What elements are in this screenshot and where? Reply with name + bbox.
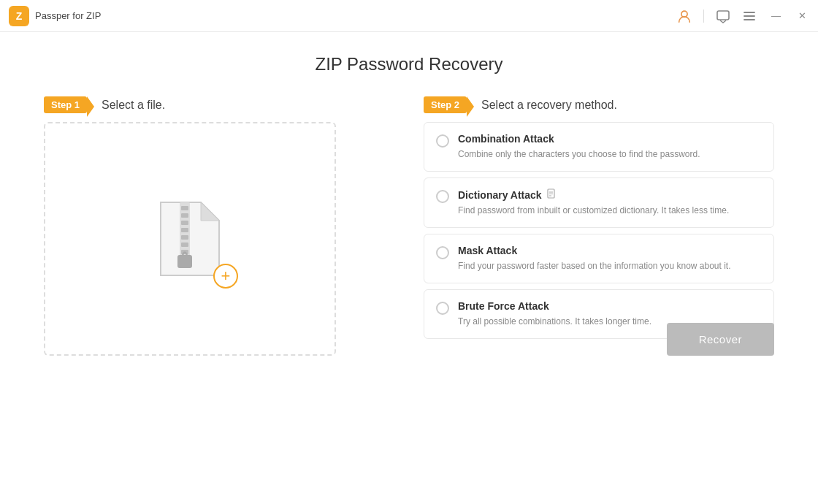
svg-rect-9 — [181, 228, 188, 232]
step1-label: Select a file. — [102, 99, 165, 112]
svg-rect-10 — [181, 235, 188, 240]
method-mask-title: Mask Attack — [458, 245, 762, 256]
page-title: ZIP Password Recovery — [44, 54, 774, 75]
dictionary-info-icon — [546, 188, 557, 201]
method-bruteforce-title: Brute Force Attack — [458, 300, 762, 312]
svg-rect-8 — [181, 221, 188, 225]
zip-icon-wrapper: + — [153, 195, 226, 283]
radio-bruteforce[interactable] — [436, 302, 449, 315]
svg-rect-11 — [181, 243, 188, 247]
method-dictionary-title: Dictionary Attack — [458, 188, 762, 201]
method-combination-title: Combination Attack — [458, 133, 762, 145]
title-bar-left: Z Passper for ZIP — [9, 6, 101, 26]
svg-rect-7 — [181, 213, 188, 218]
radio-combination[interactable] — [436, 134, 449, 148]
method-dictionary-desc: Find password from inbuilt or customized… — [458, 204, 762, 217]
svg-rect-6 — [181, 206, 188, 210]
method-mask-info: Mask Attack Find your password faster ba… — [458, 245, 762, 272]
radio-dictionary[interactable] — [436, 190, 449, 203]
radio-mask[interactable] — [436, 246, 449, 259]
step1-section: Step 1 Select a file. — [44, 96, 394, 356]
title-bar-right: — ✕ — [677, 9, 809, 23]
main-content: ZIP Password Recovery Step 1 Select a fi… — [0, 32, 818, 370]
footer: Recover — [667, 323, 774, 356]
method-combination[interactable]: Combination Attack Combine only the char… — [424, 122, 774, 172]
app-title: Passper for ZIP — [35, 10, 101, 21]
file-drop-area[interactable]: + — [44, 122, 336, 356]
method-combination-info: Combination Attack Combine only the char… — [458, 133, 762, 161]
content-row: Step 1 Select a file. — [44, 96, 774, 356]
user-icon[interactable] — [677, 9, 692, 23]
method-combination-desc: Combine only the characters you choose t… — [458, 148, 762, 161]
step2-section: Step 2 Select a recovery method. Combina… — [424, 96, 774, 345]
step1-header: Step 1 Select a file. — [44, 96, 394, 113]
step2-header: Step 2 Select a recovery method. — [424, 96, 774, 113]
svg-rect-1 — [717, 11, 729, 20]
method-dictionary-info: Dictionary Attack Find password from inb… — [458, 188, 762, 217]
method-mask[interactable]: Mask Attack Find your password faster ba… — [424, 234, 774, 283]
chat-icon[interactable] — [716, 9, 730, 23]
step2-badge: Step 2 — [424, 96, 467, 113]
method-mask-desc: Find your password faster based on the i… — [458, 259, 762, 272]
method-dictionary[interactable]: Dictionary Attack Find password from inb… — [424, 177, 774, 228]
step2-label: Select a recovery method. — [481, 99, 617, 112]
divider — [703, 9, 704, 23]
menu-icon[interactable] — [742, 9, 757, 23]
recover-button[interactable]: Recover — [667, 323, 774, 356]
close-button[interactable]: ✕ — [795, 9, 809, 23]
svg-rect-13 — [177, 255, 192, 268]
add-file-button[interactable]: + — [213, 264, 238, 289]
minimize-button[interactable]: — — [768, 9, 784, 23]
step1-badge: Step 1 — [44, 96, 87, 113]
app-icon: Z — [9, 6, 29, 26]
title-bar: Z Passper for ZIP — ✕ — [0, 0, 818, 32]
